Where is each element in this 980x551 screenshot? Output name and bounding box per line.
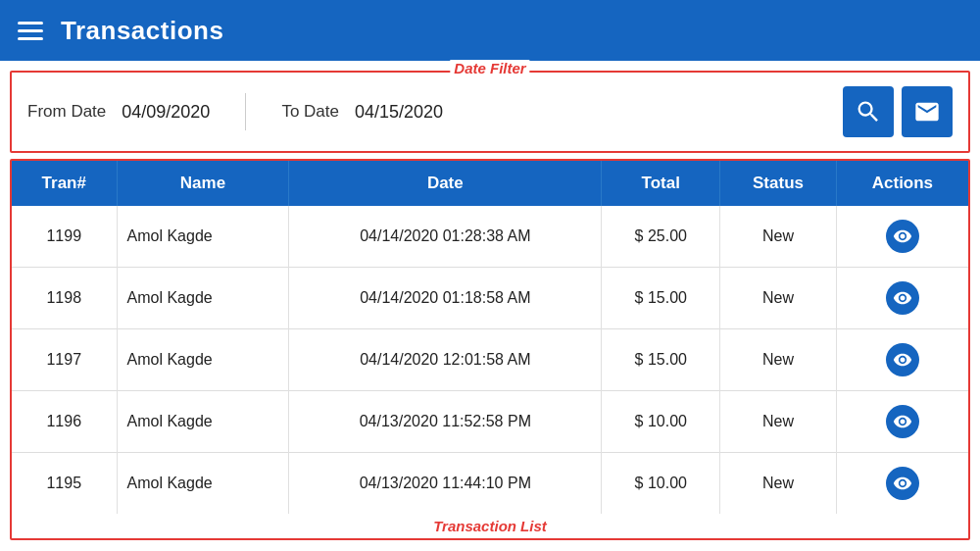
transactions-table: Tran# Name Date Total Status Actions 119… <box>12 161 968 514</box>
from-date-label: From Date <box>27 102 106 122</box>
cell-name: Amol Kagde <box>117 391 289 453</box>
cell-status: New <box>720 268 837 329</box>
cell-tran: 1196 <box>12 391 117 453</box>
eye-icon <box>886 405 919 438</box>
table-row: 1197 Amol Kagde 04/14/2020 12:01:58 AM $… <box>12 329 968 391</box>
cell-tran: 1199 <box>12 206 117 268</box>
cell-total: $ 10.00 <box>602 391 720 453</box>
col-status: Status <box>720 161 837 206</box>
cell-total: $ 10.00 <box>602 453 720 515</box>
cell-actions[interactable] <box>836 391 968 453</box>
from-date-value: 04/09/2020 <box>122 102 210 123</box>
transaction-list-label: Transaction List <box>12 514 968 538</box>
eye-svg <box>893 412 912 431</box>
cell-name: Amol Kagde <box>117 453 289 515</box>
view-button[interactable] <box>886 343 919 376</box>
eye-svg <box>893 226 912 246</box>
cell-actions[interactable] <box>836 206 968 268</box>
col-total: Total <box>602 161 720 206</box>
cell-total: $ 15.00 <box>602 268 720 329</box>
to-date-value: 04/15/2020 <box>355 102 443 123</box>
eye-svg <box>893 288 912 308</box>
email-icon <box>913 98 941 125</box>
eye-icon <box>886 467 919 500</box>
cell-name: Amol Kagde <box>117 268 289 329</box>
to-date-label: To Date <box>281 102 339 122</box>
eye-icon <box>886 281 919 315</box>
search-button[interactable] <box>843 86 894 137</box>
cell-actions[interactable] <box>836 268 968 329</box>
table-row: 1198 Amol Kagde 04/14/2020 01:18:58 AM $… <box>12 268 968 329</box>
cell-actions[interactable] <box>836 453 968 515</box>
cell-name: Amol Kagde <box>117 329 289 391</box>
table-row: 1196 Amol Kagde 04/13/2020 11:52:58 PM $… <box>12 391 968 453</box>
cell-status: New <box>720 206 837 268</box>
date-filter-label: Date Filter <box>450 60 529 76</box>
cell-tran: 1197 <box>12 329 117 391</box>
cell-date: 04/14/2020 12:01:58 AM <box>289 329 602 391</box>
view-button[interactable] <box>886 220 919 253</box>
cell-actions[interactable] <box>836 329 968 391</box>
cell-date: 04/13/2020 11:52:58 PM <box>289 391 602 453</box>
cell-status: New <box>720 391 837 453</box>
table-header-row: Tran# Name Date Total Status Actions <box>12 161 968 206</box>
table-section: Tran# Name Date Total Status Actions 119… <box>10 159 970 540</box>
cell-tran: 1198 <box>12 268 117 329</box>
table-row: 1195 Amol Kagde 04/13/2020 11:44:10 PM $… <box>12 453 968 515</box>
eye-svg <box>893 350 912 370</box>
filter-group: From Date 04/09/2020 To Date 04/15/2020 <box>27 93 843 130</box>
filter-section: Date Filter From Date 04/09/2020 To Date… <box>10 71 970 153</box>
view-button[interactable] <box>886 281 919 315</box>
page-title: Transactions <box>61 16 223 46</box>
cell-date: 04/14/2020 01:28:38 AM <box>289 206 602 268</box>
col-name: Name <box>117 161 289 206</box>
eye-icon <box>886 220 919 253</box>
filter-buttons <box>843 86 953 137</box>
view-button[interactable] <box>886 467 919 500</box>
cell-name: Amol Kagde <box>117 206 289 268</box>
col-actions: Actions <box>836 161 968 206</box>
email-button[interactable] <box>902 86 953 137</box>
search-icon <box>855 98 882 125</box>
cell-total: $ 15.00 <box>602 329 720 391</box>
cell-date: 04/13/2020 11:44:10 PM <box>289 453 602 515</box>
cell-date: 04/14/2020 01:18:58 AM <box>289 268 602 329</box>
view-button[interactable] <box>886 405 919 438</box>
cell-total: $ 25.00 <box>602 206 720 268</box>
filter-divider <box>245 93 246 130</box>
cell-tran: 1195 <box>12 453 117 515</box>
hamburger-icon[interactable] <box>18 22 43 40</box>
table-row: 1199 Amol Kagde 04/14/2020 01:28:38 AM $… <box>12 206 968 268</box>
col-tran: Tran# <box>12 161 117 206</box>
col-date: Date <box>289 161 602 206</box>
eye-icon <box>886 343 919 376</box>
cell-status: New <box>720 329 837 391</box>
cell-status: New <box>720 453 837 515</box>
eye-svg <box>893 474 912 493</box>
header: Transactions <box>0 0 980 61</box>
